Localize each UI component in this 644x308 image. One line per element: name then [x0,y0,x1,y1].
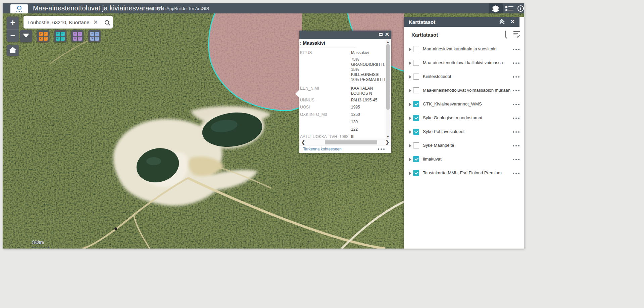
info-button[interactable]: i [515,3,526,13]
expand-arrow-icon[interactable] [409,61,411,65]
expand-arrow-icon[interactable] [409,172,411,175]
widget-button-purple[interactable] [71,30,84,42]
widget-button-orange[interactable] [37,30,49,42]
layer-options-icon[interactable] [513,159,519,160]
layer-checkbox[interactable] [413,170,419,176]
layers-icon [492,5,499,11]
expand-arrow-icon[interactable] [409,103,411,106]
panel-close-icon[interactable]: ✕ [510,18,515,25]
search-clear-icon[interactable]: ✕ [91,19,101,26]
layer-checkbox[interactable] [413,60,419,66]
filter-funnel-icon [23,34,30,37]
search-submit-button[interactable] [101,20,113,25]
horizontal-scroll-thumb[interactable] [325,140,377,144]
info-icon: i [517,5,524,12]
popup-close-icon[interactable]: ✕ [385,31,389,38]
layer-row: Syke Pohjavesialueet [404,126,524,139]
vertical-scroll-thumb[interactable] [386,44,390,110]
widget-button-teal[interactable] [54,30,66,42]
app-header: SYKE Maa-ainestenottoluvat ja kiviainesv… [3,3,524,13]
expand-arrow-icon[interactable] [409,48,411,51]
expand-arrow-icon[interactable] [409,75,411,79]
zoom-in-button[interactable]: + [7,16,19,29]
home-icon [10,50,15,53]
expand-arrow-icon[interactable] [409,117,411,120]
legend-toolbar-button[interactable] [503,3,515,13]
layer-row: Syke Geologiset muodostumat [404,112,524,126]
layer-options-icon[interactable] [513,90,519,91]
search-icon [105,20,109,25]
popup-title: : Massakivi [300,40,325,46]
layer-options-icon[interactable] [513,173,519,174]
popup-titlebar[interactable]: ✕ [299,31,391,39]
feature-popup: ✕ : Massakivi KITUSMassakivi 75% GRANODI… [299,31,391,153]
layer-checkbox[interactable] [413,129,419,135]
layer-checkbox[interactable] [413,115,419,121]
layer-options-icon[interactable] [513,104,519,105]
scale-label: 100m [32,240,43,245]
app-subtitle: with Web AppBuilder for ArcGIS [148,6,209,11]
expand-arrow-icon[interactable] [409,144,411,147]
layer-options-icon[interactable] [513,49,519,50]
syke-logo: SYKE [10,4,28,13]
calculator-grid-icon [56,32,65,41]
popup-pointer [295,90,299,98]
panel-title: Karttatasot [409,19,435,25]
expand-arrow-icon[interactable] [409,89,411,92]
layer-row: Maa-ainestenottoluvat kalliokivi voimass… [404,57,524,71]
layer-checkbox[interactable] [413,142,419,148]
zoom-control: + − [7,16,19,42]
popup-horizontal-scrollbar[interactable]: ❮ ❯ [299,139,391,145]
popup-options-icon[interactable] [378,148,385,150]
widget-button-blue[interactable] [88,30,101,42]
layer-list: Maa-ainesluvat kunnittain ja vuosittain … [404,43,524,181]
layer-checkbox[interactable] [413,156,419,162]
zoom-to-feature-link[interactable]: Tarkenna kohteeseen [303,147,342,151]
layer-row: Maa-ainesluvat kunnittain ja vuosittain [404,43,524,57]
expand-arrow-icon[interactable] [409,130,411,134]
expand-arrow-icon[interactable] [409,158,411,161]
layer-options-icon[interactable] [513,145,519,146]
layer-search-button[interactable] [505,31,506,37]
legend-icon [505,6,513,11]
scale-bar [32,247,49,248]
search-box: ✕ [23,16,113,29]
toggle-all-layers-icon[interactable] [513,31,520,37]
popup-footer: Tarkenna kohteeseen [299,145,391,153]
layer-options-icon[interactable] [513,62,519,64]
layer-row: Ilmakuvat [404,153,524,167]
layer-checkbox[interactable] [413,87,419,93]
popup-vertical-scrollbar[interactable]: ▲ ▼ [386,40,390,139]
popup-maximize-icon[interactable] [379,33,383,36]
layer-options-icon[interactable] [513,131,519,133]
scroll-left-icon[interactable]: ❮ [301,139,305,145]
panel-heading: Karttatasot [411,32,438,38]
layer-options-icon[interactable] [513,118,519,119]
layer-row: Maa-ainestenottoluvat voimassaolon mukaa… [404,84,524,98]
filter-widget-button[interactable] [20,30,32,42]
layer-panel-titlebar: Karttatasot ✕ [404,17,519,27]
calculator-grid-icon [73,32,82,41]
zoom-out-button[interactable]: − [7,29,19,42]
layer-row: Kiinteistötiedot [404,71,524,84]
layer-checkbox[interactable] [413,46,419,52]
page-title: Maa-ainestenottoluvat ja kiviainesvarann… [33,4,162,12]
layer-row: GTK_Kiviainesvarannot_WMS [404,98,524,112]
scroll-down-icon[interactable]: ▼ [386,134,390,139]
layer-row: Syke Maanpeite [404,139,524,153]
layer-list-toolbar-button[interactable] [489,3,503,13]
scroll-up-icon[interactable]: ▲ [386,40,390,44]
layer-panel: Karttatasot ✕ Karttatasot Maa-ainesluvat… [404,17,524,249]
map-canvas[interactable]: + − ✕ [3,13,524,249]
syke-logo-icon [17,6,21,10]
layer-row: Taustakartta MML, Esri Finland Premium [404,167,524,181]
layer-checkbox[interactable] [413,101,419,107]
scroll-right-icon[interactable]: ❯ [386,139,389,145]
popup-title-divider [299,47,356,47]
desktop-background: SYKE Maa-ainestenottoluvat ja kiviainesv… [0,0,644,308]
layer-options-icon[interactable] [513,76,519,78]
layer-checkbox[interactable] [413,74,419,80]
collapse-panel-icon[interactable] [499,19,505,25]
search-input[interactable] [23,19,91,25]
home-extent-button[interactable] [7,45,19,56]
